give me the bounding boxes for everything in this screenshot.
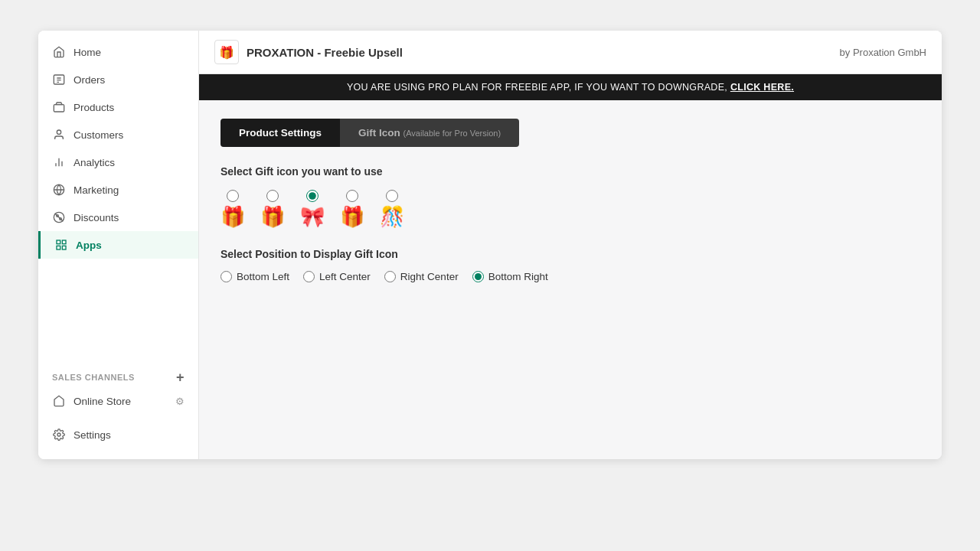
gift-emoji-3: 🎀 bbox=[300, 207, 325, 227]
gift-icon-option-4: 🎁 bbox=[340, 190, 364, 227]
gift-icon-radio-1[interactable] bbox=[227, 190, 239, 202]
add-sales-channel-icon[interactable]: + bbox=[176, 370, 185, 384]
sidebar-item-products-label: Products bbox=[74, 102, 114, 113]
online-store-expand-icon[interactable]: ⚙ bbox=[175, 396, 185, 407]
sidebar-nav: Home Orders Products bbox=[38, 38, 198, 360]
sidebar-settings-label: Settings bbox=[74, 429, 111, 441]
gift-icon-option-3: 🎀 bbox=[300, 190, 325, 227]
tab-buttons: Product Settings Gift Icon (Available fo… bbox=[220, 119, 920, 147]
sidebar-item-apps-label: Apps bbox=[76, 240, 102, 251]
position-options: Bottom Left Left Center Right Center bbox=[220, 271, 920, 282]
orders-icon bbox=[52, 73, 66, 86]
tab-product-settings[interactable]: Product Settings bbox=[220, 119, 340, 147]
sidebar-item-home[interactable]: Home bbox=[38, 38, 198, 66]
gift-icon-radio-4[interactable] bbox=[346, 190, 358, 202]
gift-icon-radio-2[interactable] bbox=[266, 190, 279, 202]
position-radio-left-center[interactable] bbox=[303, 271, 315, 282]
topbar: 🎁 PROXATION - Freebie Upsell by Proxatio… bbox=[199, 31, 942, 74]
svg-point-4 bbox=[57, 130, 60, 134]
gift-emoji-5: 🎊 bbox=[380, 207, 404, 227]
promo-link[interactable]: CLICK HERE. bbox=[730, 82, 794, 93]
online-store-icon bbox=[52, 394, 66, 408]
sidebar-item-online-store-label: Online Store bbox=[74, 396, 131, 407]
gift-icon-option-2: 🎁 bbox=[260, 190, 285, 227]
products-icon bbox=[52, 100, 66, 114]
sidebar-item-customers[interactable]: Customers bbox=[38, 121, 198, 148]
marketing-icon bbox=[52, 183, 66, 197]
sidebar-bottom: Settings bbox=[38, 421, 198, 459]
analytics-icon bbox=[52, 155, 66, 169]
tab-gift-icon[interactable]: Gift Icon (Available for Pro Version) bbox=[340, 119, 519, 147]
app-title: PROXATION - Freebie Upsell bbox=[247, 46, 403, 59]
sidebar-item-discounts[interactable]: Discounts bbox=[38, 204, 198, 231]
sidebar-item-analytics[interactable]: Analytics bbox=[38, 148, 198, 176]
gift-emoji-1: 🎁 bbox=[220, 207, 245, 227]
sidebar-item-analytics-label: Analytics bbox=[74, 157, 115, 168]
sidebar-item-discounts-label: Discounts bbox=[74, 212, 119, 223]
gift-icon-section-title: Select Gift icon you want to use bbox=[220, 165, 920, 178]
discounts-icon bbox=[52, 210, 66, 224]
position-radio-bottom-right[interactable] bbox=[472, 271, 484, 282]
main-content: 🎁 PROXATION - Freebie Upsell by Proxatio… bbox=[199, 31, 942, 459]
topbar-by: by Proxation GmbH bbox=[840, 47, 926, 58]
settings-icon bbox=[52, 428, 66, 442]
gift-icon-option-1: 🎁 bbox=[220, 190, 245, 227]
sidebar-item-products[interactable]: Products bbox=[38, 93, 198, 121]
gift-emoji-2: 🎁 bbox=[260, 207, 285, 227]
sidebar-item-marketing[interactable]: Marketing bbox=[38, 176, 198, 204]
gift-icon-radio-3[interactable] bbox=[306, 190, 318, 202]
sidebar-item-customers-label: Customers bbox=[74, 129, 123, 141]
sidebar-item-marketing-label: Marketing bbox=[74, 184, 119, 196]
gift-icon-option-5: 🎊 bbox=[380, 190, 404, 227]
customers-icon bbox=[52, 128, 66, 142]
sidebar-item-orders[interactable]: Orders bbox=[38, 66, 198, 93]
promo-banner: YOU ARE USING PRO PLAN FOR FREEBIE APP, … bbox=[199, 74, 942, 100]
sidebar: Home Orders Products bbox=[38, 31, 199, 459]
svg-point-17 bbox=[57, 433, 60, 436]
app-logo: 🎁 bbox=[214, 40, 239, 64]
svg-rect-14 bbox=[62, 240, 66, 244]
position-radio-bottom-left[interactable] bbox=[220, 271, 232, 282]
position-section: Select Position to Display Gift Icon Bot… bbox=[220, 248, 920, 282]
sales-channels-section: Sales channels + bbox=[38, 360, 198, 387]
svg-rect-16 bbox=[62, 246, 66, 249]
sidebar-item-apps[interactable]: Apps bbox=[38, 231, 198, 259]
sidebar-item-online-store[interactable]: Online Store ⚙ bbox=[38, 387, 198, 415]
svg-rect-13 bbox=[57, 240, 60, 244]
position-radio-right-center[interactable] bbox=[384, 271, 396, 282]
apps-icon bbox=[54, 238, 68, 252]
position-left-center[interactable]: Left Center bbox=[303, 271, 371, 282]
position-bottom-right[interactable]: Bottom Right bbox=[472, 271, 548, 282]
promo-text: YOU ARE USING PRO PLAN FOR FREEBIE APP, … bbox=[347, 82, 727, 93]
svg-line-12 bbox=[55, 214, 64, 222]
gift-icon-radio-5[interactable] bbox=[386, 190, 398, 202]
sidebar-item-settings[interactable]: Settings bbox=[38, 421, 198, 448]
content-area: Product Settings Gift Icon (Available fo… bbox=[199, 100, 942, 459]
sales-channels-label: Sales channels bbox=[52, 373, 135, 382]
gift-emoji-4: 🎁 bbox=[340, 207, 364, 227]
position-right-center[interactable]: Right Center bbox=[384, 271, 459, 282]
position-bottom-left[interactable]: Bottom Left bbox=[220, 271, 289, 282]
svg-rect-15 bbox=[57, 246, 60, 249]
gift-icon-section: Select Gift icon you want to use 🎁 🎁 bbox=[220, 165, 920, 227]
sidebar-item-home-label: Home bbox=[74, 47, 101, 58]
gift-icons-row: 🎁 🎁 🎀 🎁 bbox=[220, 190, 920, 227]
home-icon bbox=[52, 45, 66, 59]
topbar-left: 🎁 PROXATION - Freebie Upsell bbox=[214, 40, 403, 64]
position-section-title: Select Position to Display Gift Icon bbox=[220, 248, 920, 260]
sidebar-item-orders-label: Orders bbox=[74, 74, 105, 86]
